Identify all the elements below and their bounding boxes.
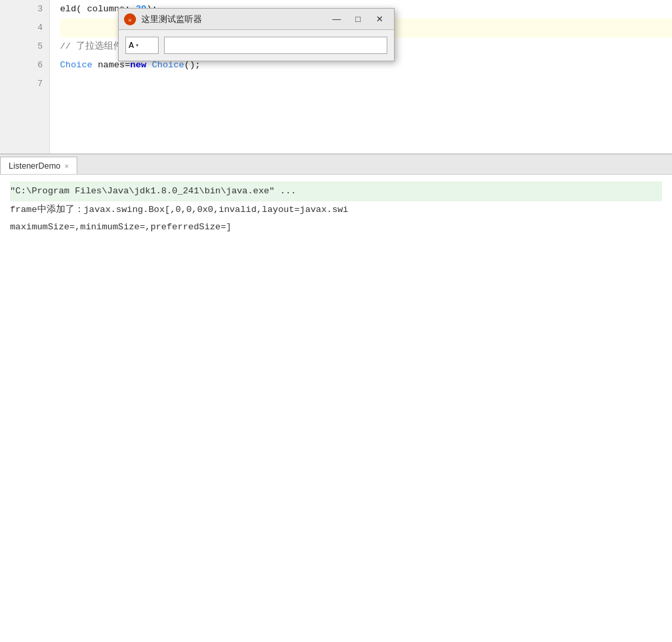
java-window-title: 这里测试监听器 <box>141 13 322 25</box>
console-line-3: maximumSize=,minimumSize=,preferredSize=… <box>10 219 662 236</box>
maximize-button[interactable]: □ <box>349 12 367 27</box>
java-window: ☕ 这里测试监听器 — □ ✕ A ▾ <box>118 8 395 61</box>
code-line-7 <box>60 75 672 93</box>
console-line-2: frame中添加了：javax.swing.Box[,0,0,0x0,inval… <box>10 201 662 219</box>
console-output-line2: frame中添加了：javax.swing.Box[,0,0,0x0,inval… <box>10 205 348 215</box>
console-path-text: "C:\Program Files\Java\jdk1.8.0_241\bin\… <box>10 186 296 196</box>
comment-text: // 了拉选组件 <box>60 37 123 56</box>
console-content: "C:\Program Files\Java\jdk1.8.0_241\bin\… <box>0 175 672 243</box>
line-num-7: 7 <box>37 75 43 93</box>
console-output-line3: maximumSize=,minimumSize=,preferredSize=… <box>10 222 231 232</box>
console-tab-label: ListenerDemo <box>9 161 61 171</box>
console-tab-listenerdemo[interactable]: ListenerDemo × <box>0 157 77 174</box>
line-numbers: 3 4 5 6 7 <box>0 0 50 153</box>
type-choice: Choice <box>60 56 93 75</box>
line-num-6: 6 <box>37 56 43 75</box>
console-panel: ListenerDemo × "C:\Program Files\Java\jd… <box>0 153 672 642</box>
choice-dropdown[interactable]: A ▾ <box>125 37 159 54</box>
java-window-body: A ▾ <box>119 30 394 61</box>
choice-value: A <box>129 41 134 51</box>
console-tab-bar: ListenerDemo × <box>0 155 672 175</box>
close-button[interactable]: ✕ <box>370 12 389 27</box>
line-num-5: 5 <box>37 37 43 56</box>
java-window-titlebar: ☕ 这里测试监听器 — □ ✕ <box>119 9 394 30</box>
tab-close-icon[interactable]: × <box>65 162 69 170</box>
line-num-4: 4 <box>37 19 43 37</box>
line-num-3: 3 <box>37 0 43 19</box>
console-line-1: "C:\Program Files\Java\jdk1.8.0_241\bin\… <box>10 181 662 201</box>
dropdown-arrow-icon: ▾ <box>135 41 139 49</box>
window-controls: — □ ✕ <box>327 12 389 27</box>
choice-text-field[interactable] <box>164 37 387 54</box>
java-icon: ☕ <box>124 13 136 25</box>
java-icon-text: ☕ <box>128 15 132 23</box>
minimize-button[interactable]: — <box>327 12 346 27</box>
